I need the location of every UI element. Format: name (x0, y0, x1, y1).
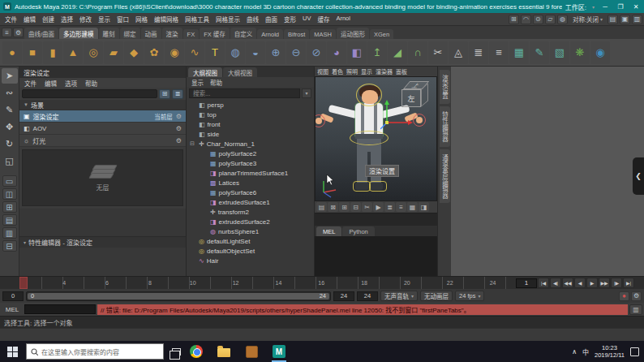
channel-box-toggle-icon[interactable]: ▥ (632, 15, 642, 24)
taskbar-chrome-button[interactable] (184, 341, 208, 362)
layer-options-icon[interactable]: ≣ (172, 89, 183, 99)
target-weld-icon[interactable]: ◬ (449, 41, 468, 64)
menu-item[interactable]: 显示 (95, 15, 114, 24)
shelf-tab[interactable]: FX 缓存 (200, 28, 230, 39)
animation-end-field[interactable]: 24 (357, 291, 378, 301)
auto-key-toggle[interactable]: ● (619, 291, 629, 301)
go-to-start-button[interactable]: |◀ (538, 278, 549, 288)
four-pane-layout[interactable]: ⊞ (2, 201, 17, 213)
shelf-menu-icon[interactable]: ≡ (2, 28, 12, 37)
bridge-icon[interactable]: ∩ (408, 41, 427, 64)
ime-indicator[interactable]: 中 (582, 347, 589, 356)
poly-torus-icon[interactable]: ◎ (84, 41, 103, 64)
shelf-tab[interactable]: 雕刻 (99, 28, 119, 39)
range-start-handle[interactable]: 0 (31, 292, 34, 300)
extract-icon[interactable]: ⊘ (307, 41, 326, 64)
outliner-item-polysurface3[interactable]: ▦ polySurface3 (187, 158, 314, 168)
right-hand-control-curve[interactable] (413, 114, 426, 127)
start-button[interactable] (2, 341, 23, 362)
hip-control-curve[interactable] (350, 131, 389, 145)
outliner-item-char-norman-1[interactable]: ⊟ ✛ Char_Norman_1 (187, 139, 314, 149)
layer-filter-input[interactable] (22, 89, 157, 98)
single-pane-layout[interactable]: ▭ (2, 175, 17, 187)
menu-item[interactable]: 修改 (76, 15, 95, 24)
separate-icon[interactable]: ⊖ (286, 41, 306, 64)
render-setup-menu-item[interactable]: 帮助 (82, 79, 101, 88)
gear-icon[interactable]: ⚙ (176, 125, 182, 132)
outliner-item-transform2[interactable]: ✛ transform2 (187, 207, 314, 217)
poly-cylinder-icon[interactable]: ▮ (43, 41, 62, 64)
shelf-tab[interactable]: 渲染 (162, 28, 182, 39)
poly-plane-icon[interactable]: ▰ (104, 41, 123, 64)
scene-expander[interactable]: ▼ 场景 (19, 100, 186, 110)
menu-item[interactable]: 编辑 (20, 15, 39, 24)
save-script-icon[interactable]: ⊟ (350, 202, 361, 212)
playback-end-field[interactable]: 24 (333, 291, 354, 301)
vertical-panel-tab[interactable]: 渲染设置 (440, 70, 450, 104)
menu-item[interactable]: 选择 (58, 15, 76, 24)
poly-cube-icon[interactable]: ■ (23, 41, 42, 64)
shelf-tab[interactable]: FX (183, 29, 200, 39)
viewport-menu-item[interactable]: 面板 (396, 67, 407, 75)
view-cube[interactable]: 上 左 (400, 80, 434, 112)
outliner-tab[interactable]: 大纲视图 (223, 67, 257, 77)
taskbar-explorer-button[interactable] (212, 341, 236, 362)
viewport-menu-item[interactable]: 渲染器 (376, 67, 393, 75)
open-script-icon[interactable]: ⊞ (339, 202, 350, 212)
expand-sidebar-button[interactable]: ❮ (633, 157, 644, 195)
shelf-tab[interactable]: 运动图形 (337, 28, 369, 39)
shelf-tab[interactable]: MASH (310, 29, 336, 39)
script-history-pane[interactable] (315, 213, 437, 226)
viewport-menu-item[interactable]: 显示 (361, 67, 372, 75)
outliner-item-extrudedsurface2[interactable]: ◨ extrudedSurface2 (187, 217, 314, 226)
minimize-button[interactable]: ─ (600, 3, 610, 11)
animation-start-field[interactable]: 0 (2, 291, 24, 301)
viewport-menu-item[interactable]: 照明 (346, 67, 358, 75)
shelf-tab[interactable]: 动画 (141, 28, 161, 39)
menu-item[interactable]: Arnold (333, 15, 350, 24)
snap-grid-icon[interactable]: ⊞ (509, 15, 519, 24)
left-hand-control-curve[interactable] (315, 114, 325, 127)
shelf-tab[interactable]: 曲线/曲面 (24, 28, 58, 39)
echo-commands-icon[interactable]: ≣ (384, 202, 395, 212)
tray-expand-icon[interactable]: ∧ (572, 348, 577, 356)
snap-curve-icon[interactable]: ◠ (521, 15, 531, 24)
two-pane-side-layout[interactable]: ◫ (2, 188, 17, 200)
anim-layer-button[interactable]: 无动画层 (420, 291, 453, 301)
search-input[interactable]: 搜索... (189, 88, 300, 98)
current-frame-field[interactable]: 1 (516, 278, 537, 288)
command-input[interactable] (24, 304, 96, 314)
bevel-icon[interactable]: ◢ (388, 41, 407, 64)
vertical-panel-tab[interactable]: 特性编辑器 (440, 106, 450, 147)
menu-item[interactable]: 网格显示 (213, 15, 243, 24)
close-button[interactable]: ✕ (631, 3, 641, 11)
perspective-viewport[interactable]: 上 左 (315, 76, 437, 201)
symmetry-dropdown[interactable]: 对称:关闭 ▾ (570, 15, 605, 24)
outliner-item-nurbssphere1[interactable]: ◍ nurbsSphere1 (187, 226, 314, 236)
shelf-tab[interactable]: 绑定 (120, 28, 140, 39)
script-input-pane[interactable] (315, 236, 437, 276)
history-icon[interactable]: ▤ (316, 202, 327, 212)
gear-icon[interactable]: ⚙ (176, 113, 182, 120)
taskbar-package-button[interactable] (239, 341, 264, 362)
menu-item[interactable]: 窗口 (114, 15, 132, 24)
show-stack-trace-icon[interactable]: ▦ (407, 202, 418, 212)
poly-disc-icon[interactable]: ◆ (124, 41, 144, 64)
poly-cone-icon[interactable]: ▲ (63, 41, 83, 64)
sound-track-dropdown[interactable]: 无声音轨 ▾ (380, 291, 418, 301)
render-setup-menu-item[interactable]: 编辑 (41, 79, 60, 88)
vertical-panel-tab[interactable]: 通道盒/层编辑器 (440, 149, 450, 204)
viewport-menu-item[interactable]: 着色 (332, 67, 343, 75)
view-cube-front-face[interactable]: 左 (401, 89, 421, 107)
outliner-tab[interactable]: 大纲视图 (188, 67, 222, 77)
range-end-handle[interactable]: 24 (320, 292, 326, 300)
lasso-tool[interactable]: ∾ (2, 85, 18, 101)
script-editor-button[interactable]: ▥ (629, 304, 642, 315)
taskbar-maya-button[interactable]: M (267, 341, 291, 362)
fps-dropdown[interactable]: 24 fps ▾ (455, 291, 484, 301)
multi-cut-icon[interactable]: ✂ (428, 41, 448, 64)
maximize-button[interactable]: ❐ (616, 3, 625, 11)
outliner-menu-item[interactable]: 显示 (191, 78, 204, 87)
outliner-item-extrudedsurface1[interactable]: ◨ extrudedSurface1 (187, 197, 314, 207)
head-control-curve[interactable] (356, 84, 382, 106)
